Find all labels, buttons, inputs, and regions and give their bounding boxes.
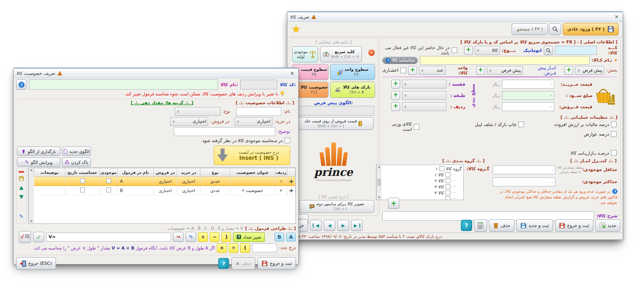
prev-record-button[interactable]: ◀ xyxy=(324,220,335,231)
add-group-button[interactable]: + xyxy=(388,198,399,209)
plus-key[interactable]: + xyxy=(198,232,208,242)
dept-select[interactable]: پیش فرض∨ xyxy=(575,66,604,75)
new-button[interactable]: جدید xyxy=(595,219,620,232)
store-select[interactable]: پیش فرض∨ xyxy=(487,66,523,75)
move-up-icon[interactable]: ▲ xyxy=(19,184,23,190)
favorite-star-icon[interactable]: ★ xyxy=(291,24,301,34)
remove-row-icon[interactable] xyxy=(19,171,24,173)
edit-row-icon[interactable]: ✎ xyxy=(19,213,24,219)
pdesc-input[interactable] xyxy=(174,127,275,136)
first-record-button[interactable]: ◀ xyxy=(310,220,322,231)
add-type-button[interactable]: + xyxy=(464,46,473,55)
lparen-key[interactable]: ( xyxy=(221,232,231,242)
unit-select[interactable]: عدد∨ xyxy=(419,66,446,75)
cover-price-button[interactable]: قیمت فروش از روی قیمت جلدShift + Ctrl + … xyxy=(293,117,374,130)
titlebar[interactable]: تعریف کالا ✕ xyxy=(287,12,623,22)
exit-button[interactable]: خروج (ESC) xyxy=(16,257,56,270)
duty-checkbox-item[interactable]: درصد عوارض xyxy=(584,131,617,137)
next-record-button[interactable]: ▶ xyxy=(337,220,349,231)
pname-input[interactable] xyxy=(236,107,281,116)
divide-key[interactable]: ÷ xyxy=(229,243,238,253)
add-dept-button[interactable]: + xyxy=(564,66,573,75)
initial-stock-button[interactable]: موجودی اولیه xyxy=(292,46,318,62)
close-icon[interactable]: ✕ xyxy=(289,70,295,76)
inactive-checkbox[interactable] xyxy=(452,47,457,53)
code-search-icon[interactable] xyxy=(544,46,553,55)
edit-formula-icon[interactable]: ✎ xyxy=(186,232,196,242)
vat-checkbox-item[interactable]: درصد مالیات بر ارزش افزوده xyxy=(554,122,617,127)
options-header[interactable]: [ .:. گزینه ها: مقدار دهی .:. ] xyxy=(131,100,193,105)
tree-scrollbar[interactable]: ▲▼ xyxy=(376,165,382,200)
delete-button[interactable]: حذف xyxy=(489,219,514,232)
buy-price-input[interactable]: ۰ xyxy=(502,80,554,89)
property-a-badge[interactable]: A xyxy=(286,233,296,241)
insert-number-input[interactable] xyxy=(252,244,277,252)
collapse-panel-icon[interactable]: ✕ xyxy=(368,50,375,56)
decimal-checkbox[interactable] xyxy=(400,68,406,73)
properties-grid[interactable]: ▲▼ ردیفعنوان خصوصیتنوع در خریددر فروشنام… xyxy=(28,167,296,224)
calculator-icon[interactable] xyxy=(474,219,487,232)
in-buy-select[interactable]: اختیاری∨ xyxy=(235,117,272,126)
product-code-input[interactable] xyxy=(240,80,277,89)
property-b-badge[interactable]: B xyxy=(275,233,284,241)
row-select[interactable]: ∨ xyxy=(402,102,446,111)
normal-entry-button[interactable]: ورود عادی ( F۴ ) xyxy=(563,23,619,35)
product-barcodes-button[interactable]: بارکد های کالاCtrl + B xyxy=(330,82,375,98)
rparen-key[interactable]: ) xyxy=(240,243,250,253)
add-unit-button[interactable]: + xyxy=(408,66,417,75)
code-input[interactable] xyxy=(555,46,597,55)
tree-item[interactable]: کالا ۲ xyxy=(383,177,456,184)
search-icon[interactable] xyxy=(549,23,561,35)
name-input[interactable] xyxy=(420,56,590,65)
min-stock-input[interactable]: ۰ xyxy=(493,165,555,174)
edit-template-button[interactable]: ویرایش الگو ✎ xyxy=(17,157,60,167)
group-tree[interactable]: ▲▼ گروه کالا∨ کالا ۱ کالا ۲ کالا ۳ کالا … xyxy=(376,165,464,200)
save-row-icon[interactable] xyxy=(19,176,24,181)
load-template-button[interactable]: بارگذاری از الگو xyxy=(17,147,60,156)
sqrt-icon[interactable]: √x/y xyxy=(19,231,31,243)
help-icon[interactable]: ? xyxy=(218,258,229,269)
quick-key-button[interactable]: کلید سریعShift + Ctrl + H xyxy=(320,46,362,62)
profit-input[interactable]: ۰ xyxy=(502,91,554,100)
titlebar[interactable]: تعریف خصوصیت کالا ✕ xyxy=(14,68,298,78)
save-and-exit-button[interactable]: ثبت و خروج xyxy=(555,219,593,232)
default-template-field[interactable] xyxy=(293,106,374,116)
in-sell-select[interactable]: اختیاری∨ xyxy=(170,117,208,126)
automatic-link[interactable]: اتوماتیک xyxy=(523,48,542,53)
save-and-exit-button[interactable]: ثبت و خروج xyxy=(258,257,296,270)
add-store-button[interactable]: + xyxy=(476,66,485,75)
info-button[interactable]: i xyxy=(16,79,27,90)
multiply-key[interactable]: × xyxy=(217,243,227,253)
close-icon[interactable]: ✕ xyxy=(613,14,620,20)
formula-input[interactable]: V= xyxy=(46,233,171,241)
insert-property-button[interactable]: درج خصوصیت در لیست Insert ( INS ) xyxy=(214,146,290,165)
add-row-button[interactable]: + xyxy=(391,102,400,111)
unit-levels-button[interactable]: سطوح واحدF5 xyxy=(330,64,375,80)
second-monitor-image-button[interactable]: تصویر کالا بـرای مـانیتور دومCtrl + I xyxy=(299,200,374,213)
table-row-selected[interactable]: + ۱ عددی اختیاری اختیاری A xyxy=(34,177,295,186)
tree-item[interactable]: کالا ۴ xyxy=(383,190,456,196)
last-record-button[interactable]: ▶ xyxy=(351,220,363,231)
delete-button-disabled[interactable]: حذف ✕ xyxy=(231,257,255,270)
tree-root[interactable]: گروه کالا∨ xyxy=(383,165,462,171)
change-count-button[interactable]: تغییر تعداد 8 xyxy=(233,232,265,242)
new-template-button[interactable]: الگوی جدید xyxy=(62,147,91,156)
grid-scrollbar[interactable]: ▲▼ xyxy=(29,168,34,223)
tier-select[interactable]: ∨ xyxy=(402,91,446,100)
backspace-icon[interactable]: ↔ xyxy=(173,232,184,242)
save-and-new-button[interactable]: ثبت و جدید xyxy=(516,219,553,232)
ptype-select[interactable]: ∨ xyxy=(175,107,221,116)
sell-price-input[interactable]: ۰ xyxy=(502,102,554,111)
product-name-input[interactable] xyxy=(29,79,218,90)
add-shelf-button[interactable]: + xyxy=(391,80,400,89)
apply-formula-icon[interactable]: ✓ xyxy=(33,232,44,242)
clear-template-button[interactable]: پاک کردن xyxy=(62,157,91,167)
help-icon[interactable]: ? xyxy=(461,220,472,231)
add-tier-button[interactable]: + xyxy=(391,91,400,100)
max-stock-input[interactable]: ۰ xyxy=(493,177,555,186)
marketing-checkbox-item[interactable]: درصـد بـازاریـابی کالا xyxy=(570,150,617,156)
tree-item[interactable]: کالا ۳ xyxy=(383,184,456,190)
id-card-button[interactable]: i شناسنامه کالا xyxy=(382,57,418,64)
move-down-icon[interactable]: ▼ xyxy=(19,194,23,200)
type-select[interactable]: کالا∨ xyxy=(475,46,500,55)
